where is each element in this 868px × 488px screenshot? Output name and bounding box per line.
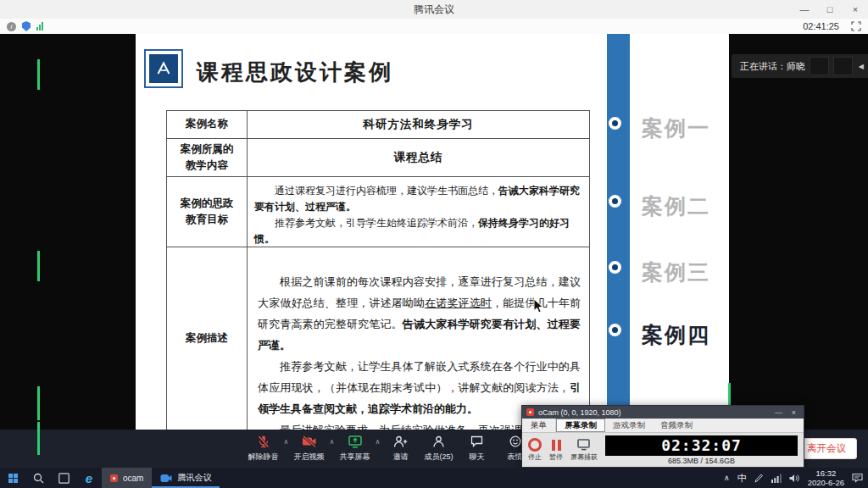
ocam-tab-audio-record[interactable]: 音频录制 xyxy=(653,419,700,432)
share-options-caret-icon[interactable]: ∧ xyxy=(374,438,381,446)
desktop: 腾讯会议 — □ × i 02:41:25 xyxy=(0,0,868,488)
ime-indicator[interactable]: 中 xyxy=(737,472,747,485)
taskbar-app-ocam[interactable]: ocam xyxy=(102,468,152,488)
volume-icon[interactable] xyxy=(789,474,800,483)
ocam-menu-button[interactable]: 菜单 xyxy=(522,419,556,432)
start-video-button[interactable]: 开启视频 xyxy=(290,435,328,463)
taskbar-app-tencent-meeting[interactable]: 腾讯会议 xyxy=(152,468,220,488)
ocam-titlebar[interactable]: oCam (0, 0, 1920, 1080) — × xyxy=(522,406,804,419)
stop-icon xyxy=(528,438,542,452)
taskbar-search-button[interactable] xyxy=(25,468,51,488)
ocam-minimize-button[interactable]: — xyxy=(773,408,784,417)
invite-button[interactable]: 邀请 xyxy=(381,435,420,463)
paragraph: 推荐参考文献，引导学生始终追踪学术前沿，保持终身学习的好习惯。 xyxy=(254,215,582,247)
meeting-info-icon[interactable]: i xyxy=(7,22,16,31)
collapse-panel-icon[interactable]: ◀ xyxy=(857,63,865,70)
tool-label: 解除静音 xyxy=(248,452,279,463)
ocam-button-label: 停止 xyxy=(528,452,542,462)
clock-time: 16:32 xyxy=(815,469,836,478)
row-label: 案例描述 xyxy=(167,247,248,430)
unmute-button[interactable]: 解除静音 xyxy=(244,435,282,463)
ocam-stop-button[interactable]: 停止 xyxy=(528,438,542,462)
ocam-close-button[interactable]: × xyxy=(788,408,799,417)
tool-label: 开启视频 xyxy=(294,452,325,463)
ocam-capture-button[interactable]: 屏幕捕获 xyxy=(570,439,598,462)
tool-label: 聊天 xyxy=(470,452,485,463)
row-value: 通过课程复习进行内容梳理，建议学生书面总结，告诫大家科学研究要有计划、过程严谨。… xyxy=(248,177,589,247)
pen-input-icon[interactable] xyxy=(754,474,764,483)
pause-icon xyxy=(552,439,561,452)
windows-taskbar: e ocam 腾讯会议 ∧ 中 16:32 20 xyxy=(0,468,868,488)
taskbar-app-label: ocam xyxy=(123,474,143,483)
green-marker xyxy=(37,386,40,420)
case-nav-label-3: 案例三 xyxy=(642,258,710,286)
ocam-window: oCam (0, 0, 1920, 1080) — × 菜单 屏幕录制 游戏录制… xyxy=(521,405,804,468)
ocam-taskbar-icon xyxy=(110,474,118,482)
table-row: 案例所属的教学内容 课程总结 xyxy=(167,139,589,177)
share-screen-icon xyxy=(348,435,362,448)
taskbar-app-label: 腾讯会议 xyxy=(177,472,211,484)
speaking-indicator: 正在讲话：师晓 ◀ xyxy=(732,54,868,78)
table-row: 案例描述 根据之前课前的每次课程内容安排，逐章进行复习总结，建议大家做好总结、整… xyxy=(167,247,589,430)
video-thumbnail[interactable] xyxy=(833,57,853,75)
action-center-icon[interactable] xyxy=(852,473,863,483)
video-options-caret-icon[interactable]: ∧ xyxy=(328,438,336,446)
speaking-label: 正在讲话：师晓 xyxy=(740,60,805,73)
recording-storage: 685.3MB / 154.6GB xyxy=(668,457,735,465)
leave-meeting-button[interactable]: 离开会议 xyxy=(796,438,857,459)
green-marker xyxy=(37,422,40,455)
ocam-button-label: 屏幕捕获 xyxy=(570,452,598,462)
mic-options-caret-icon[interactable]: ∧ xyxy=(282,438,290,446)
case-nav-dot xyxy=(609,324,621,336)
start-button[interactable] xyxy=(0,468,25,488)
ocam-pause-button[interactable]: 暂停 xyxy=(549,439,563,462)
presenter-logo-mark xyxy=(149,54,178,83)
tencent-meeting-icon xyxy=(160,474,172,483)
close-button[interactable]: × xyxy=(843,0,868,19)
network-signal-icon xyxy=(36,22,43,30)
text-segment: 通过课程复习进行内容梳理，建议学生书面总结， xyxy=(275,185,498,197)
tool-label: 共享屏幕 xyxy=(340,452,370,463)
statusbar-right: 02:41:25 xyxy=(803,21,861,31)
slide-title: 课程思政设计案例 xyxy=(197,58,393,87)
window-controls: — □ × xyxy=(792,0,868,19)
windows-logo-icon xyxy=(8,474,18,483)
case-nav-bar xyxy=(607,34,630,430)
fullscreen-icon[interactable] xyxy=(851,21,861,31)
recording-timer: 02:32:07 xyxy=(605,435,798,456)
ocam-timer-panel: 02:32:07 685.3MB / 154.6GB xyxy=(605,435,798,465)
case-nav-dot xyxy=(609,117,621,130)
meeting-statusbar: i 02:41:25 xyxy=(0,19,868,34)
minimize-button[interactable]: — xyxy=(792,0,817,19)
chat-button[interactable]: 聊天 xyxy=(458,435,496,463)
ocam-tab-screen-record[interactable]: 屏幕录制 xyxy=(556,419,605,432)
share-screen-button[interactable]: 共享屏幕 xyxy=(336,435,374,463)
edge-browser-button[interactable]: e xyxy=(76,468,102,488)
green-marker xyxy=(37,59,40,90)
ocam-title: oCam (0, 0, 1920, 1080) xyxy=(538,408,769,417)
meeting-duration: 02:41:25 xyxy=(803,21,839,31)
tool-label: 成员(25) xyxy=(424,452,453,463)
taskbar-clock[interactable]: 16:32 2020-6-26 xyxy=(808,469,844,487)
security-shield-icon[interactable] xyxy=(22,21,31,31)
row-value: 课程总结 xyxy=(248,139,589,176)
row-label: 案例的思政教育目标 xyxy=(167,177,248,247)
members-button[interactable]: 成员(25) xyxy=(420,435,458,463)
tray-expand-icon[interactable]: ∧ xyxy=(724,474,730,482)
clock-date: 2020-6-26 xyxy=(808,478,844,487)
paragraph: 通过课程复习进行内容梳理，建议学生书面总结，告诫大家科学研究要有计划、过程严谨。 xyxy=(254,183,582,215)
ocam-tab-game-record[interactable]: 游戏录制 xyxy=(605,419,653,432)
shared-screen-stage: 课程思政设计案例 案例名称 科研方法和终身学习 案例所属的教学内容 课程总结 案… xyxy=(0,34,868,430)
window-titlebar: 腾讯会议 — □ × xyxy=(0,0,868,19)
window-title: 腾讯会议 xyxy=(0,0,868,19)
presenter-logo xyxy=(144,49,183,88)
maximize-button[interactable]: □ xyxy=(817,0,843,19)
row-label: 案例名称 xyxy=(167,111,248,138)
video-thumbnail[interactable] xyxy=(810,57,829,75)
row-value: 科研方法和终身学习 xyxy=(248,111,589,138)
ocam-tabbar: 菜单 屏幕录制 游戏录制 音频录制 xyxy=(522,419,804,433)
network-icon[interactable] xyxy=(771,474,782,483)
status-icons: i xyxy=(7,21,43,31)
row-value: 根据之前课前的每次课程内容安排，逐章进行复习总结，建议大家做好总结、整理，讲述屠… xyxy=(248,247,589,430)
task-view-button[interactable] xyxy=(51,468,76,488)
